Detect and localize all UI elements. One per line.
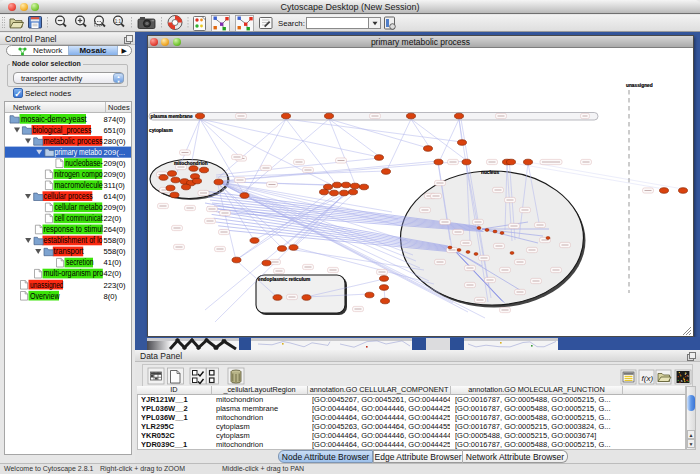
svg-text:209(0): 209(0) [104, 203, 126, 212]
svg-text:cellular process: cellular process [44, 191, 93, 201]
svg-text:558(0): 558(0) [104, 247, 126, 256]
svg-text:22(0): 22(0) [104, 214, 122, 223]
svg-text:response to stimul: response to stimul [44, 224, 104, 234]
svg-text:mosaic-demo-yeast: mosaic-demo-yeast [21, 114, 87, 124]
svg-text:280(0): 280(0) [104, 137, 126, 146]
svg-text:1:1: 1:1 [115, 19, 122, 24]
svg-text:biological_process: biological_process [33, 125, 92, 135]
svg-text:f(x): f(x) [642, 374, 654, 383]
svg-text:macromolecule: macromolecule [54, 180, 103, 190]
svg-text:Search:: Search: [278, 19, 305, 28]
svg-text:cellular metabo: cellular metabo [54, 202, 103, 212]
svg-text:Overview: Overview [30, 291, 60, 301]
svg-text:cell communicat: cell communicat [54, 213, 103, 223]
svg-text:311(0): 311(0) [104, 181, 126, 190]
svg-text:nucleus: nucleus [481, 170, 499, 175]
svg-text:209(0): 209(0) [104, 159, 126, 168]
svg-text:223(0): 223(0) [104, 281, 126, 290]
svg-text:558(0): 558(0) [104, 236, 126, 245]
svg-text:mitochondrion: mitochondrion [174, 161, 208, 166]
svg-text:8(0): 8(0) [104, 292, 118, 301]
svg-text:primary metabo: primary metabo [54, 147, 102, 157]
svg-text:209(...: 209(... [104, 148, 126, 157]
svg-text:41(0): 41(0) [104, 258, 122, 267]
svg-text:unassigned: unassigned [626, 83, 653, 88]
svg-text:plasma membrane: plasma membrane [151, 114, 193, 119]
svg-text:614(0): 614(0) [104, 192, 126, 201]
svg-text:transport: transport [54, 246, 85, 256]
svg-text:874(0): 874(0) [104, 115, 126, 124]
svg-text:multi-organism pro: multi-organism pro [44, 268, 104, 278]
svg-text:209(0): 209(0) [104, 170, 126, 179]
svg-text:651(0): 651(0) [104, 126, 126, 135]
svg-text:secretion: secretion [66, 257, 94, 267]
svg-text:42(0): 42(0) [104, 269, 122, 278]
svg-text:nucleobase-: nucleobase- [65, 158, 103, 168]
svg-text:cytoplasm: cytoplasm [149, 128, 173, 133]
svg-text:264(0): 264(0) [104, 225, 126, 234]
svg-text:unassigned: unassigned [30, 280, 64, 290]
svg-text:establishment of lo: establishment of lo [44, 235, 103, 245]
svg-text:nitrogen compo: nitrogen compo [54, 169, 103, 179]
svg-text:endoplasmic reticulum: endoplasmic reticulum [258, 277, 310, 282]
svg-text:metabolic process: metabolic process [44, 136, 103, 146]
